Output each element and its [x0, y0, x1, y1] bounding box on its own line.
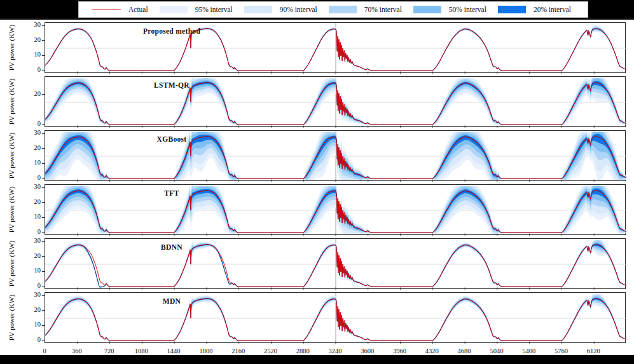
legend-label: 70% interval [364, 6, 402, 13]
legend-label: 20% interval [534, 6, 571, 13]
y-tick-label: 30 [24, 21, 41, 28]
x-tick-label: 2880 [289, 347, 317, 354]
y-tick-label: 0 [24, 66, 41, 73]
legend-label: 50% interval [449, 6, 486, 13]
figure-screenshot: Actual95% interval90% interval70% interv… [0, 0, 634, 364]
legend-label: 95% interval [195, 6, 233, 13]
interval-swatch-icon [329, 6, 357, 13]
interval-swatch-icon [244, 6, 272, 13]
x-tick-label: 3600 [354, 347, 382, 354]
y-tick-label: 10 [24, 321, 41, 328]
legend-item-70: 70% interval [329, 6, 402, 13]
x-axis-tick-labels: 0360720108014401800216025202880324036003… [0, 347, 634, 357]
panel-mdn: PV power (KW)0102030MDN [0, 292, 634, 343]
y-tick-label: 0 [24, 282, 41, 289]
x-tick-label: 4320 [418, 347, 446, 354]
chart-figure: PV power (KW)0102030Proposed methodPV po… [0, 18, 634, 355]
panel-tft: PV power (KW)0102030TFT [0, 184, 634, 235]
x-tick-label: 6120 [579, 347, 607, 354]
x-tick-label: 2160 [224, 347, 252, 354]
y-axis-label: PV power (KW) [8, 235, 15, 292]
y-tick-label: 20 [24, 198, 41, 205]
x-tick-label: 0 [31, 347, 59, 354]
y-tick-label: 20 [24, 90, 41, 97]
x-tick-label: 5040 [483, 347, 511, 354]
panel-lstm-qr: PV power (KW)020LSTM-QR [0, 76, 634, 127]
y-tick-label: 10 [24, 213, 41, 220]
legend-item-95: 95% interval [160, 6, 233, 13]
y-tick-label: 0 [24, 228, 41, 235]
x-tick-label: 3240 [321, 347, 349, 354]
y-tick-label: 10 [24, 51, 41, 58]
panel-title: MDN [121, 297, 223, 305]
legend-item-20: 20% interval [498, 6, 571, 13]
x-tick-label: 1440 [160, 347, 188, 354]
actual-line-swatch-icon [92, 10, 121, 10]
legend-item-90: 90% interval [244, 6, 317, 13]
y-tick-label: 10 [24, 159, 41, 166]
x-tick-label: 4680 [450, 347, 478, 354]
y-tick-label: 20 [24, 306, 41, 313]
panel-xgboost: PV power (KW)0102030XGBoost [0, 130, 634, 181]
y-tick-label: 30 [24, 129, 41, 136]
y-tick-label: 0 [24, 336, 41, 343]
legend-item-50: 50% interval [413, 6, 486, 13]
interval-swatch-icon [160, 6, 188, 13]
panel-title: LSTM-QR [121, 81, 223, 89]
x-tick-label: 2520 [256, 347, 284, 354]
y-axis-label: PV power (KW) [8, 127, 15, 184]
y-tick-label: 0 [24, 120, 41, 127]
y-tick-label: 30 [24, 183, 41, 190]
y-axis-label: PV power (KW) [8, 289, 15, 346]
interval-swatch-icon [413, 6, 441, 13]
x-tick-label: 1080 [127, 347, 155, 354]
panel-title: Proposed method [121, 27, 223, 35]
y-tick-label: 0 [24, 174, 41, 181]
legend: Actual95% interval90% interval70% interv… [78, 1, 588, 18]
x-tick-label: 5760 [547, 347, 575, 354]
y-tick-label: 30 [24, 237, 41, 244]
legend-label: Actual [128, 6, 148, 13]
y-axis-label: PV power (KW) [8, 19, 15, 76]
panel-title: XGBoost [121, 135, 223, 143]
y-tick-label: 10 [24, 267, 41, 274]
interval-swatch-icon [498, 6, 526, 13]
panel-title: TFT [121, 189, 223, 197]
y-tick-label: 20 [24, 36, 41, 43]
x-tick-label: 3960 [386, 347, 414, 354]
y-tick-label: 20 [24, 144, 41, 151]
legend-label: 90% interval [280, 6, 317, 13]
x-tick-label: 5400 [515, 347, 543, 354]
y-axis-label: PV power (KW) [8, 73, 15, 130]
panel-title: BDNN [121, 243, 223, 251]
x-tick-label: 1800 [192, 347, 220, 354]
y-tick-label: 20 [24, 252, 41, 259]
x-tick-label: 360 [63, 347, 91, 354]
panel-bdnn: PV power (KW)0102030BDNN [0, 238, 634, 289]
panel-proposed-method: PV power (KW)0102030Proposed method [0, 22, 634, 73]
y-tick-label: 30 [24, 291, 41, 298]
y-axis-label: PV power (KW) [8, 181, 15, 238]
legend-item-actual: Actual [92, 6, 148, 13]
x-tick-label: 720 [95, 347, 123, 354]
